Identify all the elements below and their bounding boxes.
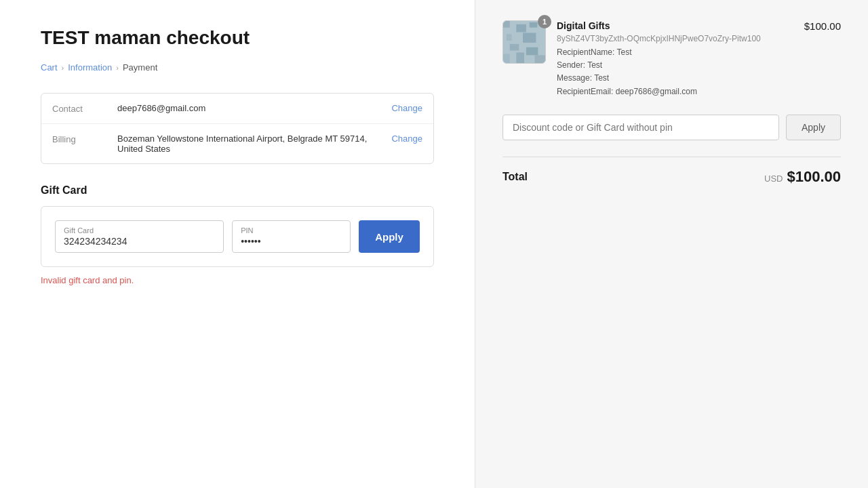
svg-rect-4 — [507, 34, 512, 41]
svg-rect-3 — [530, 22, 538, 28]
svg-rect-5 — [523, 33, 536, 43]
total-row: Total USD $100.00 — [502, 168, 841, 186]
breadcrumb-sep-1: › — [62, 64, 64, 72]
product-row: 1 Digital Gifts 8yShZ4VT3byZxth-OQmcKpjx… — [502, 20, 841, 98]
gift-card-pin-label: PIN — [241, 226, 342, 235]
svg-rect-7 — [526, 47, 538, 56]
discount-row: Apply — [502, 115, 841, 140]
svg-rect-10 — [535, 55, 546, 63]
left-panel: TEST maman checkout Cart › Information ›… — [0, 0, 475, 488]
gift-card-pin-input[interactable] — [241, 236, 342, 247]
gift-card-title: Gift Card — [41, 184, 434, 197]
product-details: Digital Gifts 8yShZ4VT3byZxth-OQmcKpjxIH… — [557, 20, 793, 98]
contact-row: Contact deep7686@gmail.com Change — [41, 94, 433, 123]
svg-rect-2 — [516, 24, 526, 33]
total-amount: $100.00 — [787, 168, 841, 186]
gift-card-number-input[interactable] — [64, 236, 215, 247]
product-price: $100.00 — [804, 20, 841, 32]
gift-card-apply-button[interactable]: Apply — [359, 220, 420, 253]
product-sender: Sender: Test — [557, 59, 793, 72]
product-name: Digital Gifts — [557, 20, 793, 31]
billing-row: Billing Bozeman Yellowstone Internationa… — [41, 123, 433, 163]
discount-apply-button[interactable]: Apply — [786, 115, 841, 140]
right-panel: 1 Digital Gifts 8yShZ4VT3byZxth-OQmcKpjx… — [475, 0, 868, 488]
contact-change-link[interactable]: Change — [391, 103, 422, 113]
gift-card-number-label: Gift Card — [64, 226, 215, 235]
product-image — [502, 20, 546, 64]
contact-label: Contact — [52, 103, 106, 114]
product-image-wrapper: 1 — [502, 20, 546, 64]
gift-card-error: Invalid gift card and pin. — [41, 275, 434, 285]
store-title: TEST maman checkout — [41, 27, 434, 49]
total-label: Total — [502, 171, 528, 183]
breadcrumb: Cart › Information › Payment — [41, 62, 434, 73]
billing-label: Billing — [52, 134, 106, 144]
contact-value: deep7686@gmail.com — [117, 103, 380, 113]
product-meta: RecipientName: Test Sender: Test Message… — [557, 46, 793, 98]
total-currency: USD — [764, 174, 783, 184]
product-recipient-name: RecipientName: Test — [557, 46, 793, 59]
product-sku: 8yShZ4VT3byZxth-OQmcKpjxIHNjPweO7voZry-P… — [557, 34, 793, 43]
total-price-group: USD $100.00 — [764, 168, 841, 186]
svg-rect-6 — [510, 44, 519, 51]
svg-rect-9 — [516, 53, 524, 64]
gift-card-number-group: Gift Card — [55, 220, 224, 253]
breadcrumb-sep-2: › — [116, 64, 119, 72]
gift-card-pin-group: PIN — [232, 220, 351, 253]
breadcrumb-payment: Payment — [123, 62, 157, 73]
product-badge: 1 — [538, 15, 551, 28]
breadcrumb-cart[interactable]: Cart — [41, 62, 58, 73]
discount-input[interactable] — [502, 115, 779, 140]
billing-value: Bozeman Yellowstone International Airpor… — [117, 134, 380, 154]
info-box: Contact deep7686@gmail.com Change Billin… — [41, 93, 434, 164]
svg-rect-1 — [503, 21, 510, 28]
gift-card-box: Gift Card PIN Apply — [41, 206, 434, 267]
product-message: Message: Test — [557, 72, 793, 85]
product-recipient-email: RecipientEmail: deep7686@gmail.com — [557, 85, 793, 98]
billing-change-link[interactable]: Change — [391, 134, 422, 144]
gift-card-section: Gift Card Gift Card PIN Apply Invalid gi… — [41, 184, 434, 285]
breadcrumb-information[interactable]: Information — [68, 62, 112, 73]
gift-card-fields: Gift Card PIN Apply — [55, 220, 420, 253]
svg-rect-8 — [503, 54, 510, 63]
total-divider — [502, 157, 841, 157]
